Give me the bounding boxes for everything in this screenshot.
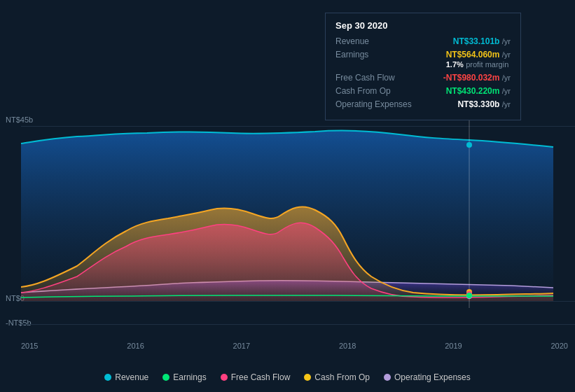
legend-item-revenue[interactable]: Revenue [104,372,148,382]
x-label-2015: 2015 [21,342,38,350]
legend-label-cashfromop: Cash From Op [314,372,370,382]
x-label-2019: 2019 [445,342,462,350]
tooltip-row-earnings: Earnings NT$564.060m /yr 1.7% profit mar… [335,50,511,69]
legend-dot-opex [384,374,391,381]
chart-legend: Revenue Earnings Free Cash Flow Cash Fro… [0,372,575,382]
legend-dot-earnings [162,374,169,381]
tooltip-label-opex: Operating Expenses [335,99,420,109]
tooltip-label-fcf: Free Cash Flow [335,73,420,83]
legend-item-fcf[interactable]: Free Cash Flow [221,372,291,382]
legend-item-earnings[interactable]: Earnings [162,372,206,382]
tooltip-value-earnings: NT$564.060m /yr [446,50,511,59]
legend-dot-cashfromop [304,374,311,381]
hover-dot-earnings [466,293,472,298]
tooltip-row-revenue: Revenue NT$33.101b /yr [335,36,511,46]
x-label-2016: 2016 [127,342,144,350]
legend-dot-revenue [104,374,111,381]
x-label-2017: 2017 [233,342,250,350]
x-axis-labels: 2015 2016 2017 2018 2019 2020 [21,342,568,350]
legend-label-fcf: Free Cash Flow [231,372,291,382]
x-label-2018: 2018 [339,342,356,350]
tooltip-card: Sep 30 2020 Revenue NT$33.101b /yr Earni… [325,13,521,120]
tooltip-label-cashfromop: Cash From Op [335,86,420,96]
legend-label-opex: Operating Expenses [394,372,471,382]
tooltip-row-fcf: Free Cash Flow -NT$980.032m /yr [335,73,511,83]
tooltip-row-opex: Operating Expenses NT$3.330b /yr [335,99,511,109]
tooltip-label-revenue: Revenue [335,36,420,46]
x-label-2020: 2020 [550,342,567,350]
chart-svg [21,112,575,343]
tooltip-value-earnings-group: NT$564.060m /yr 1.7% profit margin [446,50,511,69]
legend-label-earnings: Earnings [173,372,206,382]
legend-item-opex[interactable]: Operating Expenses [384,372,471,382]
tooltip-earnings-sub: 1.7% profit margin [446,59,511,69]
tooltip-title: Sep 30 2020 [335,20,511,31]
tooltip-value-cashfromop: NT$430.220m /yr [446,86,511,96]
hover-dot-revenue [466,142,472,148]
legend-label-revenue: Revenue [115,372,148,382]
tooltip-value-opex: NT$3.330b /yr [457,99,511,109]
legend-item-cashfromop[interactable]: Cash From Op [304,372,370,382]
tooltip-value-revenue: NT$33.101b /yr [453,36,511,46]
legend-dot-fcf [221,374,228,381]
tooltip-label-earnings: Earnings [335,50,420,59]
tooltip-value-fcf: -NT$980.032m /yr [443,73,511,83]
tooltip-row-cashfromop: Cash From Op NT$430.220m /yr [335,86,511,96]
